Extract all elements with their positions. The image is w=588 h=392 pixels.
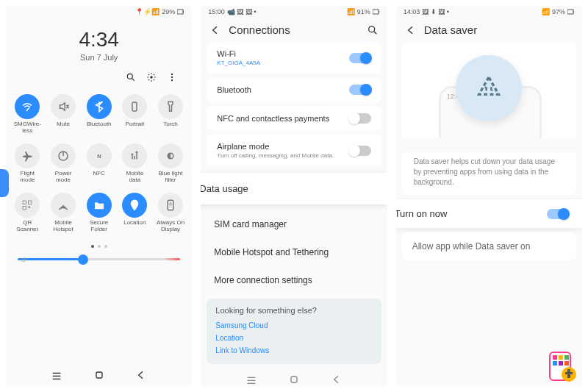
search-icon[interactable] xyxy=(126,72,136,82)
svg-rect-13 xyxy=(23,201,26,204)
qs-tile-aod[interactable]: Always OnDisplay xyxy=(154,190,188,236)
qs-tile-power[interactable]: Powermode xyxy=(46,140,81,187)
qs-tile-label: Always OnDisplay xyxy=(157,220,184,233)
qs-tile-plane[interactable]: Flightmode xyxy=(10,140,45,187)
data-saver-icon xyxy=(456,55,522,121)
page-title: Connections xyxy=(229,24,359,36)
qs-tile-label: MobileHotspot xyxy=(53,220,74,233)
qs-tile-label: Bluetooth xyxy=(87,121,112,135)
data-usage-row[interactable]: Data usage xyxy=(201,173,387,204)
turn-on-toggle[interactable] xyxy=(547,209,569,219)
qs-tile-label: NFC xyxy=(93,171,104,184)
qs-tile-blf[interactable]: Blue lightfilter xyxy=(154,140,188,187)
qs-tile-mute[interactable]: Mute xyxy=(46,91,81,138)
more-settings-row[interactable]: More connection settings xyxy=(201,266,387,294)
edge-panel-handle[interactable] xyxy=(0,169,9,197)
screen-data-saver: 14:03 🖼 ⬇ 🖼 • 📶 97% Data saver 12:45 Dat… xyxy=(396,6,582,386)
back-button[interactable] xyxy=(331,374,343,385)
qs-tile-qr[interactable]: QRScanner xyxy=(10,190,45,236)
svg-rect-34 xyxy=(573,11,574,13)
nfc-row[interactable]: NFC and contactless payments xyxy=(207,106,381,131)
wifi-row[interactable]: Wi-FiKT_GIGA_4A5A xyxy=(207,42,381,74)
battery-percent: 91% xyxy=(357,8,370,15)
qs-tile-torch[interactable]: Torch xyxy=(154,91,188,138)
plane-icon xyxy=(15,143,40,168)
nfc-icon: N xyxy=(87,143,112,168)
link-samsung-cloud[interactable]: Samsung Cloud xyxy=(215,319,372,332)
svg-rect-32 xyxy=(291,377,297,382)
svg-rect-36 xyxy=(553,355,557,360)
qs-tile-label: Torch xyxy=(163,121,178,135)
svg-point-18 xyxy=(133,202,136,205)
qs-tile-label: Location xyxy=(123,220,146,233)
page-indicator xyxy=(6,239,192,254)
svg-rect-25 xyxy=(373,10,379,14)
back-button[interactable] xyxy=(135,369,147,381)
qs-tile-label: Powermode xyxy=(55,171,72,184)
nfc-toggle[interactable] xyxy=(349,113,371,124)
svg-rect-37 xyxy=(559,355,563,360)
bt-icon xyxy=(87,94,112,119)
svg-rect-39 xyxy=(553,361,557,366)
qs-tile-hot[interactable]: MobileHotspot xyxy=(46,190,81,236)
link-windows[interactable]: Link to Windows xyxy=(215,344,372,357)
svg-rect-16 xyxy=(29,207,30,208)
qs-tile-folder[interactable]: SecureFolder xyxy=(82,190,116,236)
battery-percent: 29% xyxy=(162,8,175,15)
turn-on-label: Turn on now xyxy=(396,208,547,219)
more-icon[interactable] xyxy=(167,72,177,82)
clock-area: 4:34 Sun 7 July xyxy=(6,18,192,65)
hotspot-row[interactable]: Mobile Hotspot and Tethering xyxy=(201,238,387,266)
status-app-icons: 🖼 ⬇ 🖼 • xyxy=(422,8,449,15)
link-location[interactable]: Location xyxy=(215,332,372,344)
svg-point-27 xyxy=(368,26,374,32)
recents-button[interactable] xyxy=(245,374,257,385)
bluetooth-toggle[interactable] xyxy=(349,85,371,95)
airplane-label: Airplane mode xyxy=(217,142,348,151)
description-text: Data saver helps cut down your data usag… xyxy=(402,152,576,195)
airplane-row[interactable]: Airplane modeTurn off calling, messaging… xyxy=(207,135,381,166)
qs-tile-rotate[interactable]: Portrait xyxy=(118,91,152,138)
qs-tile-label: Portrait xyxy=(125,121,144,135)
nfc-label: NFC and contactless payments xyxy=(217,114,348,123)
svg-point-5 xyxy=(171,74,173,75)
torch-icon xyxy=(158,94,183,119)
qs-tile-bt[interactable]: Bluetooth xyxy=(82,91,116,138)
status-time: 14:03 xyxy=(404,8,420,15)
qs-tile-wifi[interactable]: SMGWire-less xyxy=(10,91,45,138)
qs-tile-label: SMGWire-less xyxy=(14,121,41,135)
bluetooth-label: Bluetooth xyxy=(217,85,348,94)
sim-card-row[interactable]: SIM card manager xyxy=(201,210,387,238)
back-icon[interactable] xyxy=(209,24,221,36)
svg-rect-26 xyxy=(379,11,379,13)
battery-icon xyxy=(177,8,184,15)
airplane-toggle[interactable] xyxy=(349,146,371,156)
status-icons: 📍⚡📶 xyxy=(135,8,159,15)
brightness-slider[interactable]: ☀ xyxy=(6,254,192,268)
home-button[interactable] xyxy=(288,374,300,385)
rotate-icon xyxy=(122,94,147,119)
svg-rect-40 xyxy=(559,361,563,366)
qs-tile-label: Mute xyxy=(57,121,70,135)
screen-quick-settings: 📍⚡📶 29% 4:34 Sun 7 July SMGWire-lessMute… xyxy=(6,6,192,386)
qs-tile-loc[interactable]: Location xyxy=(118,190,152,236)
svg-point-4 xyxy=(151,76,154,79)
back-icon[interactable] xyxy=(405,24,417,36)
qs-tile-nfc[interactable]: NNFC xyxy=(82,140,116,187)
home-button[interactable] xyxy=(93,369,105,381)
svg-rect-14 xyxy=(29,201,32,204)
turn-on-row[interactable]: Turn on now xyxy=(396,199,582,228)
allow-app-row[interactable]: Allow app while Data saver on xyxy=(402,232,576,260)
svg-rect-38 xyxy=(564,355,569,360)
search-icon[interactable] xyxy=(367,24,379,36)
wifi-toggle[interactable] xyxy=(349,53,371,63)
qs-tile-mdata[interactable]: Mobiledata xyxy=(118,140,152,187)
hot-icon xyxy=(51,193,76,218)
qs-tile-label: Flightmode xyxy=(20,171,35,184)
gear-icon[interactable] xyxy=(146,72,157,82)
battery-icon xyxy=(567,8,575,15)
bluetooth-row[interactable]: Bluetooth xyxy=(207,77,381,102)
battery-icon xyxy=(373,8,380,15)
status-signal-icons: 📶 xyxy=(542,8,550,15)
recents-button[interactable] xyxy=(51,369,62,381)
